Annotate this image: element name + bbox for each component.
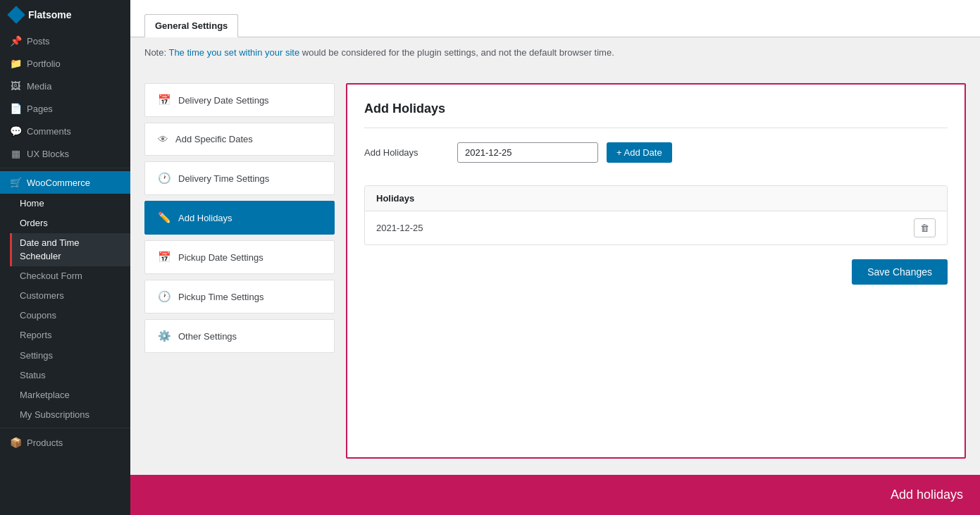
leftnav-add-specific-dates[interactable]: 👁 Add Specific Dates: [144, 123, 335, 156]
sidebar-item-label: Comments: [27, 126, 71, 137]
sidebar-item-label: Media: [27, 81, 51, 92]
media-icon: 🖼: [10, 80, 21, 92]
posts-icon: 📌: [10, 35, 21, 46]
sidebar-item-posts[interactable]: 📌 Posts: [0, 30, 130, 52]
panel-title: Add Holidays: [364, 101, 948, 128]
right-panel: Add Holidays Add Holidays + Add Date Hol…: [346, 83, 966, 459]
sidebar-divider: [0, 168, 130, 168]
leftnav-add-holidays[interactable]: ✏️ Add Holidays: [144, 201, 335, 235]
products-label: Products: [27, 438, 63, 448]
leftnav-pickup-date[interactable]: 📅 Pickup Date Settings: [144, 240, 335, 274]
sidebar-item-woocommerce[interactable]: 🛒 WooCommerce: [0, 171, 130, 194]
leftnav-delivery-time[interactable]: 🕐 Delivery Time Settings: [144, 161, 335, 195]
save-changes-button[interactable]: Save Changes: [852, 259, 948, 285]
leftnav-label: Other Settings: [178, 331, 237, 342]
leftnav-label: Add Holidays: [178, 213, 232, 223]
add-date-button[interactable]: + Add Date: [607, 142, 672, 163]
content-area: 📅 Delivery Date Settings 👁 Add Specific …: [130, 69, 980, 473]
gear-icon: ⚙️: [158, 330, 171, 342]
table-row: 2021-12-25 🗑: [365, 211, 947, 244]
sidebar-sub-orders[interactable]: Orders: [10, 213, 130, 233]
sidebar-brand[interactable]: Flatsome: [0, 0, 130, 30]
comments-icon: 💬: [10, 125, 21, 137]
delete-holiday-button[interactable]: 🗑: [914, 218, 936, 237]
sidebar-sub-datetimescheduler[interactable]: Date and Time Scheduler: [10, 233, 130, 266]
sidebar-item-label: Posts: [27, 36, 50, 46]
sidebar-item-portfolio[interactable]: 📁 Portfolio: [0, 52, 130, 75]
holidays-table: Holidays 2021-12-25 🗑: [364, 185, 948, 245]
woocommerce-icon: 🛒: [10, 177, 21, 188]
note-bar: Note: The time you set within your site …: [144, 47, 966, 58]
sidebar: Flatsome 📌 Posts 📁 Portfolio 🖼 Media 📄 P…: [0, 0, 130, 515]
pencil-icon: ✏️: [158, 211, 171, 224]
leftnav-other-settings[interactable]: ⚙️ Other Settings: [144, 319, 335, 353]
leftnav-pickup-time[interactable]: 🕐 Pickup Time Settings: [144, 280, 335, 314]
leftnav-delivery-date[interactable]: 📅 Delivery Date Settings: [144, 83, 335, 117]
woocommerce-label: WooCommerce: [27, 178, 90, 188]
sidebar-item-media[interactable]: 🖼 Media: [0, 75, 130, 97]
sidebar-item-pages[interactable]: 📄 Pages: [0, 97, 130, 120]
date-input[interactable]: [457, 142, 598, 163]
note-link[interactable]: The time you set within your site: [168, 47, 299, 58]
pages-icon: 📄: [10, 103, 21, 114]
sidebar-sub-marketplace[interactable]: Marketplace: [10, 385, 130, 405]
sidebar-divider-2: [0, 428, 130, 428]
clock2-icon: 🕐: [158, 290, 171, 303]
tabs-bar: General Settings: [130, 0, 980, 37]
leftnav-label: Delivery Date Settings: [178, 95, 269, 106]
products-icon: 📦: [10, 437, 21, 448]
note-prefix: Note:: [144, 47, 168, 58]
sidebar-item-uxblocks[interactable]: ▦ UX Blocks: [0, 142, 130, 165]
sidebar-item-comments[interactable]: 💬 Comments: [0, 120, 130, 142]
bottom-bar-label: Add holidays: [891, 488, 963, 502]
leftnav-label: Delivery Time Settings: [178, 173, 269, 184]
leftnav-label: Pickup Date Settings: [178, 252, 263, 263]
form-label: Add Holidays: [364, 147, 449, 158]
sidebar-item-label: UX Blocks: [27, 149, 69, 159]
tab-general-settings[interactable]: General Settings: [144, 14, 238, 37]
sidebar-sub-status[interactable]: Status: [10, 366, 130, 385]
leftnav-label: Pickup Time Settings: [178, 292, 263, 302]
uxblocks-icon: ▦: [10, 148, 21, 159]
calendar-icon: 📅: [158, 94, 171, 106]
save-btn-row: Save Changes: [364, 259, 948, 285]
sidebar-sub-reports[interactable]: Reports: [10, 325, 130, 345]
brand-label: Flatsome: [28, 9, 71, 20]
sidebar-sub-coupons[interactable]: Coupons: [10, 306, 130, 325]
left-nav: 📅 Delivery Date Settings 👁 Add Specific …: [144, 83, 335, 459]
full-content: Note: The time you set within your site …: [130, 37, 980, 515]
sidebar-sub-checkoutform[interactable]: Checkout Form: [10, 266, 130, 286]
calendar2-icon: 📅: [158, 251, 171, 263]
add-holidays-form-row: Add Holidays + Add Date: [364, 142, 948, 163]
sidebar-item-label: Portfolio: [27, 58, 61, 69]
holiday-date: 2021-12-25: [376, 223, 423, 233]
sidebar-submenu: Home Orders Date and Time Scheduler Chec…: [0, 194, 130, 425]
sidebar-sub-settings[interactable]: Settings: [10, 346, 130, 366]
sidebar-item-products[interactable]: 📦 Products: [0, 431, 130, 454]
note-suffix: would be considered for the plugin setti…: [299, 47, 614, 58]
holidays-table-header: Holidays: [365, 186, 947, 211]
main-area: General Settings Note: The time you set …: [130, 0, 980, 515]
leftnav-label: Add Specific Dates: [175, 134, 253, 144]
clock-icon: 🕐: [158, 172, 171, 185]
diamond-icon: [7, 6, 25, 23]
eye-icon: 👁: [158, 133, 168, 145]
portfolio-icon: 📁: [10, 58, 21, 69]
sidebar-sub-customers[interactable]: Customers: [10, 286, 130, 306]
sidebar-sub-mysubscriptions[interactable]: My Subscriptions: [10, 405, 130, 425]
sidebar-item-label: Pages: [27, 104, 53, 114]
sidebar-sub-home[interactable]: Home: [10, 194, 130, 213]
bottom-bar: Add holidays: [130, 475, 980, 515]
